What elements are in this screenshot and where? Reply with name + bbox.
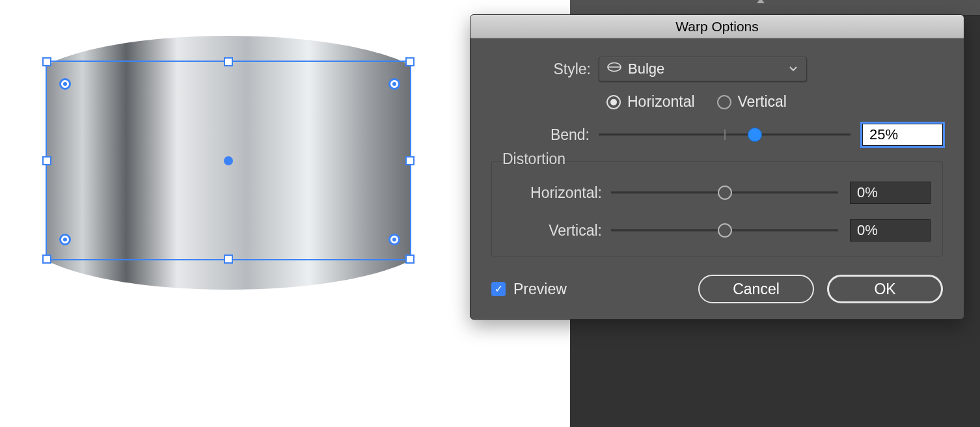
anchor-point-tr[interactable] bbox=[388, 78, 400, 90]
preview-label: Preview bbox=[513, 281, 567, 298]
ok-button[interactable]: OK bbox=[827, 275, 943, 303]
selection-bounding-box[interactable] bbox=[46, 61, 411, 260]
distortion-h-input[interactable] bbox=[850, 182, 931, 204]
artboard-canvas[interactable] bbox=[0, 0, 469, 427]
distortion-v-input[interactable] bbox=[850, 219, 931, 241]
orientation-vertical-label: Vertical bbox=[738, 93, 787, 111]
radio-icon bbox=[606, 95, 621, 109]
style-label: Style: bbox=[491, 61, 599, 78]
bend-slider[interactable] bbox=[599, 126, 851, 144]
bend-slider-thumb[interactable] bbox=[748, 128, 762, 142]
distortion-v-label: Vertical: bbox=[504, 222, 611, 240]
distortion-group: Distortion Horizontal: Vertical: bbox=[491, 161, 943, 256]
chevron-down-icon bbox=[788, 61, 798, 77]
checkmark-icon: ✓ bbox=[491, 282, 506, 296]
warp-options-dialog: Warp Options Style: Bulge bbox=[470, 14, 964, 320]
resize-handle-se[interactable] bbox=[405, 255, 415, 264]
anchor-point-br[interactable] bbox=[388, 234, 400, 245]
resize-handle-n[interactable] bbox=[224, 57, 233, 66]
resize-handle-s[interactable] bbox=[224, 255, 233, 264]
dialog-titlebar[interactable]: Warp Options bbox=[470, 15, 964, 38]
anchor-point-bl[interactable] bbox=[59, 234, 71, 245]
orientation-vertical-radio[interactable]: Vertical bbox=[717, 93, 787, 111]
resize-handle-e[interactable] bbox=[405, 156, 415, 165]
resize-handle-ne[interactable] bbox=[405, 57, 415, 66]
panel-strip: K 10.1 % bbox=[570, 0, 980, 16]
bulge-icon bbox=[607, 60, 621, 78]
distortion-v-thumb[interactable] bbox=[718, 223, 732, 238]
style-value: Bulge bbox=[628, 61, 664, 77]
resize-handle-sw[interactable] bbox=[42, 255, 51, 264]
orientation-horizontal-radio[interactable]: Horizontal bbox=[606, 93, 695, 111]
resize-handle-nw[interactable] bbox=[42, 57, 51, 66]
anchor-point-tl[interactable] bbox=[59, 78, 71, 90]
radio-icon bbox=[717, 95, 731, 109]
distortion-h-slider[interactable] bbox=[611, 184, 838, 202]
distortion-h-thumb[interactable] bbox=[718, 186, 732, 200]
bend-value-input[interactable] bbox=[862, 124, 943, 146]
cancel-button[interactable]: Cancel bbox=[698, 275, 814, 303]
resize-handle-w[interactable] bbox=[42, 156, 51, 165]
preview-checkbox[interactable]: ✓ Preview bbox=[491, 281, 567, 298]
style-dropdown[interactable]: Bulge bbox=[599, 57, 807, 81]
dialog-title: Warp Options bbox=[675, 19, 759, 34]
distortion-v-slider[interactable] bbox=[611, 221, 838, 240]
bend-label: Bend: bbox=[491, 126, 599, 144]
distortion-h-label: Horizontal: bbox=[504, 184, 611, 202]
orientation-horizontal-label: Horizontal bbox=[627, 93, 695, 111]
selection-center[interactable] bbox=[224, 156, 233, 165]
